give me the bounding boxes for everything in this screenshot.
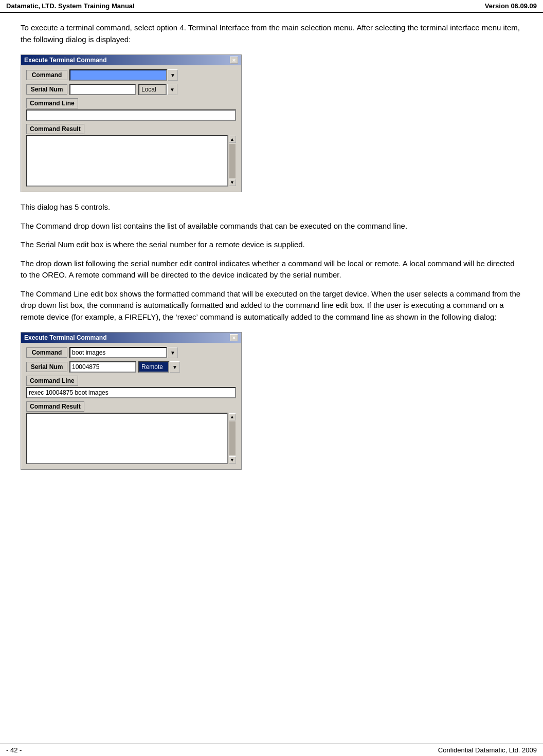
dialog1-local-dropdown[interactable]: ▼ — [167, 84, 177, 95]
dialog1-scrollbar[interactable]: ▲ ▼ — [228, 135, 236, 187]
dialog2-serial-label: Serial Num — [26, 362, 67, 372]
dialog1-serial-input[interactable] — [69, 84, 136, 95]
dialog2-titlebar: Execute Terminal Command × — [21, 333, 241, 343]
dialog2-command-label: Command — [26, 347, 67, 358]
paragraph-1: To execute a terminal command, select op… — [21, 22, 522, 45]
page-header: Datamatic, LTD. System Training Manual V… — [0, 0, 543, 13]
footer-right: Confidential Datamatic, Ltd. 2009 — [438, 746, 537, 754]
dialog2-scroll-track — [229, 421, 236, 455]
paragraph-4: The Serial Num edit box is where the ser… — [21, 239, 522, 251]
dialog1-title: Execute Terminal Command — [24, 57, 107, 64]
footer-left: - 42 - — [6, 746, 22, 754]
dialog1-body: Command ▼ Serial Num Local ▼ — [21, 65, 241, 192]
dialog1-local-dropdown-arrow: ▼ — [170, 87, 175, 93]
dialog2-result-label: Command Result — [26, 401, 84, 412]
dialog1-cmdline-section: Command Line — [26, 98, 236, 124]
dialog2-serial-input[interactable] — [69, 361, 136, 373]
dialog2-remote-dropdown-arrow: ▼ — [172, 364, 177, 370]
dialog2-remote-select[interactable]: Remote — [138, 361, 169, 373]
dialog2-command-row: Command ▼ — [26, 347, 236, 358]
paragraph-6: The Command Line edit box shows the form… — [21, 288, 522, 323]
dialog2-close-button[interactable]: × — [230, 334, 238, 341]
dialog2-serial-row: Serial Num Remote ▼ — [26, 361, 236, 373]
dialog2-command-input[interactable] — [69, 347, 167, 358]
paragraph-2: This dialog has 5 controls. — [21, 201, 522, 213]
dialog2-cmdline-input[interactable] — [26, 387, 236, 398]
dialog1-scroll-up[interactable]: ▲ — [229, 136, 236, 143]
dialog1-cmdline-label: Command Line — [26, 98, 78, 108]
dialog1-command-input[interactable] — [69, 69, 167, 81]
dialog2: Execute Terminal Command × Command ▼ Ser… — [21, 332, 242, 470]
dialog1-result-textarea[interactable] — [26, 135, 228, 187]
dialog2-title: Execute Terminal Command — [24, 334, 107, 341]
dialog2-scroll-up[interactable]: ▲ — [229, 413, 236, 420]
dialog2-result-textarea[interactable] — [26, 413, 228, 464]
dialog1-serial-row: Serial Num Local ▼ — [26, 84, 236, 95]
dialog1-titlebar: Execute Terminal Command × — [21, 55, 241, 65]
dialog1-result-label: Command Result — [26, 124, 84, 134]
dialog2-result-section: Command Result ▲ ▼ — [26, 401, 236, 464]
dialog1: Execute Terminal Command × Command ▼ Ser… — [21, 54, 242, 192]
dialog1-local-select[interactable]: Local — [138, 84, 167, 95]
page-footer: - 42 - Confidential Datamatic, Ltd. 2009 — [0, 744, 543, 756]
dialog1-scroll-down[interactable]: ▼ — [229, 179, 236, 186]
dialog1-command-label: Command — [26, 70, 67, 80]
main-content: To execute a terminal command, select op… — [0, 13, 543, 510]
dialog1-command-row: Command ▼ — [26, 69, 236, 81]
dialog2-wrapper: Execute Terminal Command × Command ▼ Ser… — [21, 332, 522, 470]
paragraph-3: The Command drop down list contains the … — [21, 220, 522, 232]
dialog1-command-dropdown-arrow: ▼ — [170, 72, 175, 78]
dialog1-cmdline-input[interactable] — [26, 109, 236, 121]
header-right: Version 06.09.09 — [485, 2, 537, 10]
dialog2-scrollbar[interactable]: ▲ ▼ — [228, 413, 236, 464]
dialog2-remote-dropdown[interactable]: ▼ — [170, 361, 180, 373]
dialog2-body: Command ▼ Serial Num Remote ▼ — [21, 343, 241, 469]
dialog1-serial-label: Serial Num — [26, 84, 67, 95]
dialog2-result-container: ▲ ▼ — [26, 413, 236, 464]
dialog2-command-dropdown-arrow: ▼ — [170, 350, 175, 356]
dialog1-scroll-track — [229, 144, 236, 178]
dialog2-cmdline-label: Command Line — [26, 376, 78, 386]
dialog1-command-dropdown[interactable]: ▼ — [168, 69, 178, 81]
paragraph-5: The drop down list following the serial … — [21, 258, 522, 281]
dialog1-wrapper: Execute Terminal Command × Command ▼ Ser… — [21, 54, 522, 192]
dialog1-close-button[interactable]: × — [230, 57, 238, 64]
dialog2-command-dropdown[interactable]: ▼ — [168, 347, 178, 358]
dialog1-result-container: ▲ ▼ — [26, 135, 236, 187]
dialog2-cmdline-section: Command Line — [26, 376, 236, 401]
header-left: Datamatic, LTD. System Training Manual — [6, 2, 135, 10]
dialog2-scroll-down[interactable]: ▼ — [229, 456, 236, 464]
dialog1-result-section: Command Result ▲ ▼ — [26, 124, 236, 187]
